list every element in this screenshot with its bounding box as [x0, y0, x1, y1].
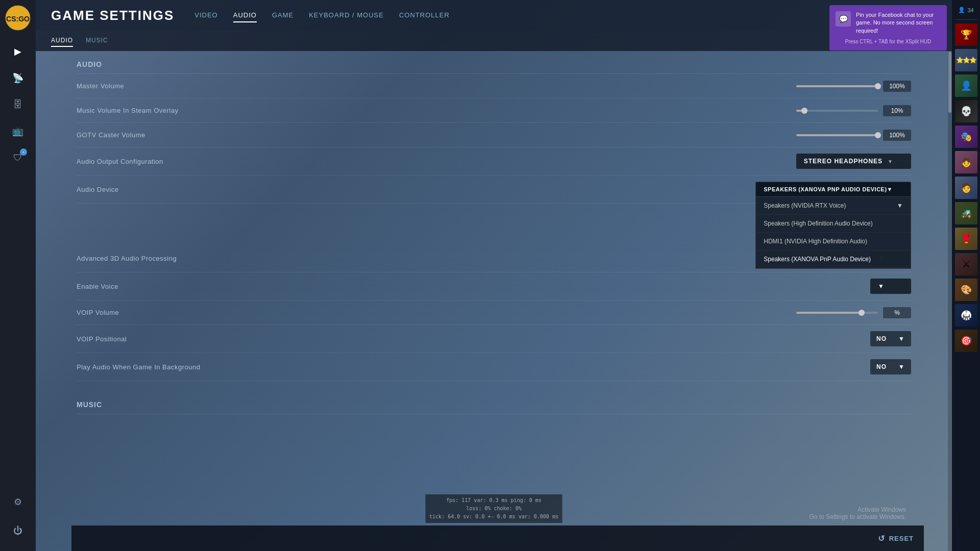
notification-popup: 💬 Pin your Facebook chat to your game. N… [829, 5, 947, 51]
dropdown-audio-output[interactable]: STEREO HEADPHONES ▼ [796, 154, 911, 169]
player-avatar-6[interactable]: 🧑 [955, 177, 977, 199]
slider-gotv-volume: 100% [271, 130, 911, 141]
debug-line-3: tick: 64.0 sv: 0.0 +- 0.0 ms var: 0.000 … [429, 513, 558, 521]
slider-fill-master [796, 85, 878, 87]
csgo-logo[interactable]: CS:GO [5, 5, 31, 31]
player-divider [955, 19, 977, 20]
audio-device-option-3[interactable]: Speakers (XANOVA PnP Audio Device) [756, 251, 911, 268]
notification-text: Pin your Facebook chat to your game. No … [856, 11, 941, 35]
scrollbar[interactable] [948, 51, 952, 551]
slider-value-music: 10% [883, 105, 911, 116]
scrollbar-thumb [948, 52, 951, 113]
slider-track-master[interactable] [796, 85, 878, 87]
dropdown-enable-voice[interactable]: ▼ [870, 279, 911, 294]
player-avatar-12[interactable]: 🎯 [955, 330, 977, 352]
reset-label: RESET [889, 535, 914, 542]
audio-device-option-1[interactable]: Speakers (High Definition Audio Device) [756, 215, 911, 233]
slider-track-music[interactable] [796, 110, 878, 112]
slider-track-voip[interactable] [796, 312, 878, 314]
svg-text:CS:GO: CS:GO [6, 15, 30, 23]
music-section-title: Music [77, 391, 911, 414]
sidebar-item-watch[interactable]: 📺 [8, 121, 28, 141]
player-avatar-0[interactable]: 🏆 [955, 23, 977, 46]
player-avatar-10[interactable]: 🎨 [955, 279, 977, 301]
audio-device-option-label-3: Speakers (XANOVA PnP Audio Device) [764, 256, 871, 263]
nav-tabs: Video Audio Game Keyboard / Mouse Contro… [194, 9, 450, 22]
player-avatar-3[interactable]: 💀 [955, 100, 977, 122]
sidebar-item-settings[interactable]: ⚙ [8, 492, 28, 512]
label-voip-positional: VOIP Positional [77, 335, 271, 343]
label-audio-device: Audio Device [77, 186, 271, 193]
notification-hint: Press CTRL + TAB for the XSplit HUD [836, 39, 941, 44]
audio-device-option-label-2: HDMI1 (NVIDIA High Definition Audio) [764, 238, 867, 245]
chevron-down-icon-device: ▼ [887, 186, 893, 192]
slider-voip: % [271, 307, 911, 318]
dropdown-audio-output-value: STEREO HEADPHONES [804, 158, 883, 165]
control-gotv-volume: 100% [271, 130, 911, 141]
dropdown-voip-positional[interactable]: NO ▼ [870, 331, 911, 346]
label-bg-audio: Play Audio When Game In Background [77, 363, 271, 371]
player-avatar-2[interactable]: 👤 [955, 74, 977, 97]
sidebar-item-inventory[interactable]: 🗄 [8, 94, 28, 115]
audio-device-option-label-0: Speakers (NVIDIA RTX Voice) [764, 202, 846, 209]
label-music-volume: Music Volume In Steam Overlay [77, 107, 271, 114]
control-audio-device: SPEAKERS (XANOVA PNP AUDIO DEVICE) ▼ Spe… [271, 182, 911, 197]
slider-fill-voip [796, 312, 862, 314]
control-master-volume: 100% [271, 81, 911, 92]
audio-device-option-0[interactable]: Speakers (NVIDIA RTX Voice) ▼ [756, 197, 911, 215]
setting-row-voip-volume: VOIP Volume % [77, 300, 911, 325]
audio-device-menu: Speakers (NVIDIA RTX Voice) ▼ Speakers (… [755, 197, 911, 269]
badge-plus: + [20, 148, 27, 156]
bg-audio-value: NO [876, 363, 887, 370]
setting-row-voip-positional: VOIP Positional NO ▼ [77, 325, 911, 353]
right-panel: 💬 Pin your Facebook chat to your game. N… [952, 0, 980, 551]
setting-row-gotv-volume: GOTV Caster Volume 100% [77, 123, 911, 147]
label-audio-output: Audio Output Configuration [77, 158, 271, 165]
player-avatar-1[interactable]: ⭐⭐⭐ [955, 49, 977, 71]
sidebar-item-play[interactable]: ▶ [8, 41, 28, 62]
dropdown-bg-audio[interactable]: NO ▼ [870, 359, 911, 374]
tab-video[interactable]: Video [194, 9, 217, 22]
settings-panel: Audio Master Volume 100% Music Volume I [77, 51, 911, 414]
header: GAME SETTINGS Video Audio Game Keyboard … [36, 0, 952, 31]
player-avatar-4[interactable]: 🎭 [955, 126, 977, 148]
slider-track-gotv[interactable] [796, 134, 878, 136]
sidebar-item-shield[interactable]: 🛡 + [8, 147, 28, 168]
watermark: Activate Windows Go to Settings to activ… [810, 506, 906, 520]
control-music-volume: 10% [271, 105, 911, 116]
tab-game[interactable]: Game [272, 9, 293, 22]
player-avatar-8[interactable]: 🥊 [955, 228, 977, 250]
label-gotv-volume: GOTV Caster Volume [77, 131, 271, 139]
audio-device-option-2[interactable]: HDMI1 (NVIDIA High Definition Audio) [756, 233, 911, 251]
control-enable-voice: ▼ [271, 279, 911, 294]
slider-value-gotv: 100% [883, 130, 911, 141]
label-master-volume: Master Volume [77, 82, 271, 90]
main-area: GAME SETTINGS Video Audio Game Keyboard … [36, 0, 952, 551]
sidebar-item-antenna[interactable]: 📡 [8, 68, 28, 88]
dropdown-audio-device[interactable]: SPEAKERS (XANOVA PNP AUDIO DEVICE) ▼ Spe… [755, 182, 911, 197]
label-enable-voice: Enable Voice [77, 283, 271, 290]
audio-device-option-label-1: Speakers (High Definition Audio Device) [764, 220, 872, 227]
debug-overlay: fps: 117 var: 0.3 ms ping: 0 ms loss: 0%… [425, 494, 562, 523]
slider-music-volume: 10% [271, 105, 911, 116]
reset-button[interactable]: ↺ RESET [878, 534, 914, 543]
sidebar-item-power[interactable]: ⏻ [8, 520, 28, 541]
tab-keyboard-mouse[interactable]: Keyboard / Mouse [309, 9, 384, 22]
audio-device-current: SPEAKERS (XANOVA PNP AUDIO DEVICE) [764, 186, 887, 192]
sub-tab-audio[interactable]: Audio [51, 35, 73, 47]
setting-row-enable-voice: Enable Voice ▼ [77, 272, 911, 300]
player-count-value: 34 [967, 7, 973, 13]
label-voip-volume: VOIP Volume [77, 309, 271, 316]
watermark-line2: Go to Settings to activate Windows. [810, 513, 906, 520]
tab-controller[interactable]: Controller [399, 9, 450, 22]
audio-device-selected-value[interactable]: SPEAKERS (XANOVA PNP AUDIO DEVICE) ▼ [755, 182, 911, 197]
sub-tab-music[interactable]: Music [86, 35, 108, 47]
player-avatar-9[interactable]: ⚔ [955, 253, 977, 276]
player-avatar-5[interactable]: 👧 [955, 151, 977, 173]
tab-audio[interactable]: Audio [233, 9, 257, 22]
page-title: GAME SETTINGS [51, 8, 174, 23]
content-area: Audio Master Volume 100% Music Volume I [36, 51, 952, 551]
player-avatar-7[interactable]: 🚜 [955, 202, 977, 224]
slider-thumb-gotv [875, 132, 881, 138]
player-avatar-11[interactable]: 🥋 [955, 304, 977, 327]
